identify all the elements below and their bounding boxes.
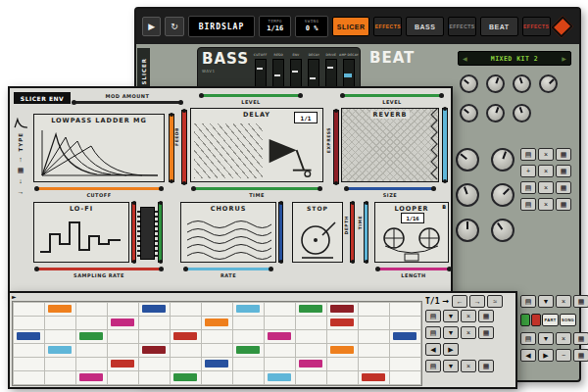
right-arrow-icon[interactable]: →	[18, 188, 24, 195]
clear-button[interactable]: ×	[538, 181, 554, 194]
grid-button[interactable]: ▦	[556, 148, 571, 161]
delay-module[interactable]: DELAY 1/1	[190, 108, 323, 182]
dup-button[interactable]: ▤	[520, 148, 536, 161]
tab-beat[interactable]: BEAT	[480, 17, 518, 36]
song-button[interactable]: SONG	[560, 314, 576, 326]
arrowl-button[interactable]: ←	[452, 295, 467, 308]
bass-slider[interactable]	[343, 59, 355, 88]
dup-button[interactable]: ▤	[425, 326, 441, 339]
bass-slider[interactable]	[255, 59, 267, 88]
grid-button[interactable]: ▦	[556, 181, 571, 194]
grid-icon[interactable]: ▦	[18, 167, 24, 173]
knob[interactable]	[486, 104, 505, 122]
bass-slider[interactable]	[290, 59, 302, 88]
green-button[interactable]	[520, 314, 530, 326]
clear-button[interactable]: ×	[556, 295, 571, 308]
knob[interactable]	[460, 74, 478, 93]
knob[interactable]	[456, 148, 479, 172]
seq-cell[interactable]	[79, 373, 103, 381]
seq-cell[interactable]	[299, 360, 322, 368]
dup-button[interactable]: ▤	[425, 310, 441, 322]
seq-cell[interactable]	[111, 318, 134, 326]
seq-cell[interactable]	[173, 373, 197, 381]
dup-button[interactable]: ▤	[520, 181, 536, 194]
patch-name-display[interactable]: BIRDSLAP	[188, 16, 255, 37]
delay-time-slider[interactable]	[194, 187, 319, 190]
dup-button[interactable]: ▤	[520, 332, 536, 345]
swing-display[interactable]: SWING 0 %	[295, 16, 327, 37]
knob[interactable]	[491, 219, 514, 242]
seq-cell[interactable]	[142, 346, 166, 354]
seq-cell[interactable]	[330, 318, 354, 326]
seq-cell[interactable]	[17, 332, 40, 340]
seq-cell[interactable]	[236, 346, 260, 354]
bass-slider[interactable]	[272, 59, 284, 88]
seq-cell[interactable]	[111, 360, 134, 368]
track-display[interactable]: T/1	[425, 297, 439, 306]
sampling-rate-slider[interactable]	[37, 268, 161, 270]
knob[interactable]	[513, 74, 531, 93]
dup-button[interactable]: ▤	[425, 360, 441, 372]
left-button[interactable]: ◀	[520, 349, 536, 362]
save-button[interactable]: ▼	[443, 310, 459, 322]
right-button[interactable]: ▶	[538, 349, 554, 362]
delay-time-display[interactable]: 1/1	[294, 112, 318, 123]
knob[interactable]	[486, 74, 505, 93]
lofi-mix-strip[interactable]	[158, 202, 163, 263]
grid-button[interactable]: ▦	[573, 332, 588, 345]
minus-button[interactable]: −	[556, 349, 571, 362]
tab-slicer[interactable]: SLICER	[332, 17, 370, 36]
clear-button[interactable]: ×	[461, 360, 476, 372]
loop-icon[interactable]: ↻	[165, 17, 183, 36]
tab-beat-effects[interactable]: EFFECTS	[522, 17, 551, 36]
tab-slicer-effects[interactable]: EFFECTS	[373, 17, 402, 36]
grid-button[interactable]: ▦	[556, 165, 571, 177]
right-button[interactable]: ▶	[443, 343, 459, 356]
wave-button[interactable]: ≈	[487, 295, 503, 308]
clear-button[interactable]: ×	[538, 165, 554, 177]
grid-button[interactable]: ▦	[478, 310, 494, 322]
arrowr-button[interactable]: →	[469, 295, 485, 308]
knob[interactable]	[513, 104, 531, 122]
seq-cell[interactable]	[268, 373, 291, 381]
save-button[interactable]: ▼	[538, 295, 554, 308]
play-icon[interactable]: ▶	[142, 17, 161, 36]
clear-button[interactable]: ×	[538, 198, 554, 211]
chorus-module[interactable]: CHORUS	[180, 202, 276, 263]
up-arrow-icon[interactable]: ↑	[19, 156, 23, 163]
knob[interactable]	[539, 74, 558, 93]
looper-length-slider[interactable]	[378, 268, 449, 270]
clear-button[interactable]: ×	[461, 326, 476, 339]
seq-cell[interactable]	[393, 332, 416, 340]
clear-button[interactable]: ×	[461, 310, 476, 322]
chorus-depth-strip[interactable]	[278, 202, 283, 263]
seq-cell[interactable]	[48, 305, 72, 313]
dup-button[interactable]: ▤	[520, 295, 536, 308]
clear-button[interactable]: ×	[556, 332, 571, 345]
lowpass-reso-strip[interactable]	[169, 114, 174, 182]
knob[interactable]	[460, 104, 478, 122]
kit-next-icon[interactable]: ▶	[562, 55, 566, 62]
seq-cell[interactable]	[362, 373, 385, 381]
seq-cell[interactable]	[205, 360, 228, 368]
mod-amount-slider[interactable]	[74, 101, 180, 104]
knob[interactable]	[491, 148, 514, 172]
seq-cell[interactable]	[205, 318, 228, 326]
step-grid[interactable]	[12, 301, 422, 386]
chorus-rate-slider[interactable]	[186, 268, 270, 270]
clear-button[interactable]: ×	[538, 148, 554, 161]
tempo-display[interactable]: TEMPO 1/16	[259, 16, 291, 37]
bass-slider[interactable]	[308, 59, 319, 88]
down-arrow-icon[interactable]: ↓	[19, 177, 23, 184]
beat-kit-display[interactable]: ◀ MIXED KIT 2 ▶	[458, 51, 571, 66]
grid-button[interactable]: ▦	[478, 326, 494, 339]
grid-button[interactable]: ▦	[573, 295, 588, 308]
seq-cell[interactable]	[48, 346, 72, 354]
tab-bass-effects[interactable]: EFFECTS	[448, 17, 476, 36]
grid-button[interactable]: ▦	[556, 198, 571, 211]
seq-cell[interactable]	[79, 332, 103, 340]
knob[interactable]	[456, 219, 479, 242]
seq-cell[interactable]	[299, 305, 322, 313]
delay-level-slider[interactable]	[202, 94, 300, 97]
seq-cell[interactable]	[236, 305, 260, 313]
